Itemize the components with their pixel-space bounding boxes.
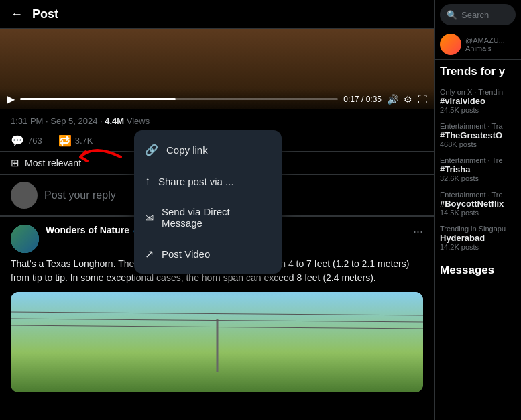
progress-bar[interactable] [20,98,338,100]
video-controls: ▶ 0:17 / 0:35 🔊 ⚙ ⛶ [0,89,434,109]
profile-handle: @AMAZU... [465,36,505,44]
right-sidebar: 🔍 Search @AMAZU... Animals Trends for y … [435,0,521,420]
share-post-item[interactable]: ↑ Share post via ... [134,166,282,197]
trends-title: Trends for y [440,65,516,78]
main-column: ← Post ▶ 0:17 / 0:35 🔊 ⚙ ⛶ 1:31 PM · Sep… [0,0,435,420]
send-dm-icon: ✉ [145,211,154,224]
trend-item-2[interactable]: Entertainment · Tra #TheGreatestO 468K p… [440,118,516,152]
trend-tag-2: #TheGreatestO [440,130,516,140]
profile-snippet: @AMAZU... Animals [435,30,521,60]
copy-link-icon: 🔗 [145,144,158,156]
back-button[interactable]: ← [11,7,23,21]
progress-fill [20,98,176,100]
profile-mini-text: @AMAZU... Animals [465,36,505,52]
send-dm-label: Send via Direct Message [162,206,271,229]
actions-row: 💬 763 🔁 3.7K 🔗 Copy link ↑ Share post vi… [0,130,434,151]
copy-link-label: Copy link [166,144,208,156]
search-icon: 🔍 [447,10,457,20]
search-text: Search [461,10,489,20]
trend-count-3: 32.6K posts [440,174,516,182]
trend-count-4: 14.5K posts [440,209,516,217]
comment-count: 763 [27,136,42,146]
post-video-item[interactable]: ↗ Post Video [134,238,282,270]
post-header: ← Post [0,0,434,29]
comment-icon: 💬 [11,134,24,147]
volume-button[interactable]: 🔊 [387,94,398,105]
reply-input[interactable]: Post your reply [44,189,116,201]
comment-more-button[interactable]: ··· [413,225,423,239]
play-button[interactable]: ▶ [7,93,15,105]
profile-mini-avatar [440,34,461,55]
time-display: 0:17 / 0:35 [343,95,382,104]
svg-line-1 [11,319,423,322]
retweet-icon: 🔁 [58,134,72,147]
user-avatar [11,182,38,209]
sort-label: Most relevant [25,158,81,168]
share-post-icon: ↑ [145,175,150,187]
send-dm-item[interactable]: ✉ Send via Direct Message [134,197,282,238]
copy-link-item[interactable]: 🔗 Copy link [134,134,282,166]
trend-item-1[interactable]: Only on X · Trendin #viralvideo 24.5K po… [440,84,516,118]
trends-section: Trends for y Only on X · Trendin #viralv… [435,60,521,258]
sort-icon: ⊞ [11,157,19,169]
trend-item-5[interactable]: Trending in Singapu Hyderabad 14.2K post… [440,221,516,255]
fullscreen-button[interactable]: ⛶ [418,94,427,105]
trend-category-2: Entertainment · Tra [440,122,516,130]
page-title: Post [32,7,58,21]
trend-category-3: Entertainment · Tre [440,156,516,164]
retweet-action[interactable]: 🔁 3.7K [58,134,93,147]
retweet-count: 3.7K [75,136,93,146]
post-meta: 1:31 PM · Sep 5, 2024 · 4.4M Views [0,109,434,130]
trend-count-1: 24.5K posts [440,106,516,114]
trend-tag-5: Hyderabad [440,233,516,243]
share-dropdown: 🔗 Copy link ↑ Share post via ... ✉ Send … [134,130,282,274]
commenter-name: Wonders of Nature [46,225,129,235]
search-bar[interactable]: 🔍 Search [440,4,516,25]
trend-tag-3: #Trisha [440,164,516,174]
messages-title: Messages [435,258,521,282]
trend-category-4: Entertainment · Tre [440,191,516,199]
trend-category-5: Trending in Singapu [440,225,516,233]
comment-image-inner [11,292,423,392]
trend-tag-4: #BoycottNetflix [440,199,516,209]
trend-category-1: Only on X · Trendin [440,88,516,96]
post-video-icon: ↗ [145,248,154,260]
trend-count-2: 468K posts [440,140,516,148]
comment-image [11,292,423,392]
video-player: ▶ 0:17 / 0:35 🔊 ⚙ ⛶ [0,29,434,109]
commenter-avatar [11,225,39,253]
share-post-label: Share post via ... [158,176,234,187]
trend-tag-1: #viralvideo [440,96,516,106]
svg-line-2 [11,325,423,329]
trend-item-3[interactable]: Entertainment · Tre #Trisha 32.6K posts [440,152,516,187]
trend-count-5: 14.2K posts [440,243,516,251]
trend-item-4[interactable]: Entertainment · Tre #BoycottNetflix 14.5… [440,187,516,221]
svg-line-0 [11,312,423,315]
post-video-label: Post Video [162,248,210,260]
profile-sub: Animals [465,44,505,52]
comment-action[interactable]: 💬 763 [11,134,42,147]
settings-button[interactable]: ⚙ [404,94,412,105]
